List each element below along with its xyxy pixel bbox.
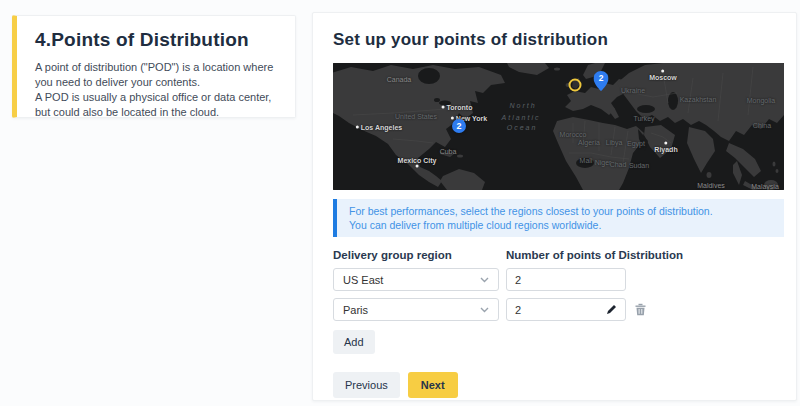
- map-city-label: Mexico City: [398, 157, 437, 168]
- region-select-value: US East: [343, 274, 383, 286]
- map-country-label: Maldives: [697, 182, 725, 189]
- map-country-label: Turkey: [633, 115, 654, 122]
- pod-row-paris: Paris 2: [333, 298, 776, 321]
- map-marker-us-east[interactable]: 2: [452, 119, 466, 133]
- map-marker-paris[interactable]: 2: [594, 71, 609, 91]
- pods-input-us-east[interactable]: 2: [506, 268, 626, 291]
- map-city-label: Los Angeles: [356, 124, 402, 131]
- info-banner: For best performances, select the region…: [333, 199, 784, 237]
- pods-input-paris[interactable]: 2: [506, 298, 626, 321]
- region-select-value: Paris: [343, 304, 368, 316]
- step-description-line-1: A point of distribution ("POD") is a loc…: [35, 60, 277, 90]
- map-city-dot: [662, 70, 665, 73]
- map-country-label: Mali: [580, 157, 593, 164]
- info-banner-line-2: You can deliver from multiple cloud regi…: [349, 218, 772, 232]
- region-column-label: Delivery group region: [333, 249, 506, 261]
- add-row-button[interactable]: Add: [333, 330, 375, 354]
- map-city-dot: [416, 165, 419, 168]
- chevron-down-icon: [480, 277, 489, 283]
- map-city-dot: [442, 106, 445, 109]
- map-country-label: Ukraine: [621, 87, 645, 94]
- map-country-label: Algeria: [578, 139, 600, 146]
- step-info-card: 4.Points of Distribution A point of dist…: [12, 15, 296, 118]
- form-column-labels: Delivery group region Number of points o…: [333, 249, 776, 261]
- pods-column-label: Number of points of Distribution: [506, 249, 683, 261]
- map-marker-london[interactable]: [569, 79, 582, 92]
- pods-input-value: 2: [515, 304, 521, 316]
- map-city-label: Riyadh: [654, 142, 677, 153]
- map-country-label: Chad: [610, 161, 627, 168]
- pods-input-value: 2: [515, 274, 521, 286]
- region-select-paris[interactable]: Paris: [333, 298, 499, 321]
- map-country-label: Cuba: [440, 148, 457, 155]
- map-country-label: Canada: [387, 76, 412, 83]
- map-city-label: Toronto: [442, 104, 473, 111]
- wizard-footer: Previous Next: [333, 372, 776, 398]
- map-country-label: Sudan: [629, 162, 649, 169]
- map-country-label: Libya: [606, 139, 623, 146]
- map-country-label: Malaysia: [751, 183, 779, 190]
- step-title: 4.Points of Distribution: [35, 29, 277, 51]
- delete-row-button[interactable]: [635, 303, 646, 316]
- previous-button[interactable]: Previous: [333, 372, 400, 398]
- page-title: Set up your points of distribution: [333, 30, 776, 50]
- trash-icon: [635, 303, 646, 316]
- next-button[interactable]: Next: [408, 372, 458, 398]
- map-country-label: Mongolia: [747, 97, 775, 104]
- map-country-label: United States: [395, 113, 437, 120]
- map-country-label: Kazakhstan: [680, 96, 717, 103]
- map-ocean-label: North: [509, 102, 536, 109]
- map-city-label: Moscow: [649, 70, 677, 81]
- map-city-dot: [451, 117, 454, 120]
- map-ocean-label: Ocean: [507, 124, 538, 131]
- world-map[interactable]: CanadaUnited StatesCubaUkraineKazakhstan…: [333, 63, 784, 190]
- setup-pods-card: Set up your points of distribution: [312, 12, 797, 401]
- map-city-dot: [665, 142, 668, 145]
- info-banner-line-1: For best performances, select the region…: [349, 204, 772, 218]
- pod-row-us-east: US East 2: [333, 268, 776, 291]
- map-pin-count: 2: [594, 73, 609, 83]
- map-ocean-label: Atlantic: [502, 114, 541, 121]
- edit-pencil-icon[interactable]: [606, 304, 617, 315]
- chevron-down-icon: [480, 307, 489, 313]
- map-country-label: Egypt: [627, 140, 645, 147]
- map-country-label: China: [753, 122, 771, 129]
- region-select-us-east[interactable]: US East: [333, 268, 499, 291]
- step-description-line-2: A POD is usually a physical office or da…: [35, 90, 277, 120]
- map-country-label: Morocco: [560, 131, 587, 138]
- map-city-dot: [356, 126, 359, 129]
